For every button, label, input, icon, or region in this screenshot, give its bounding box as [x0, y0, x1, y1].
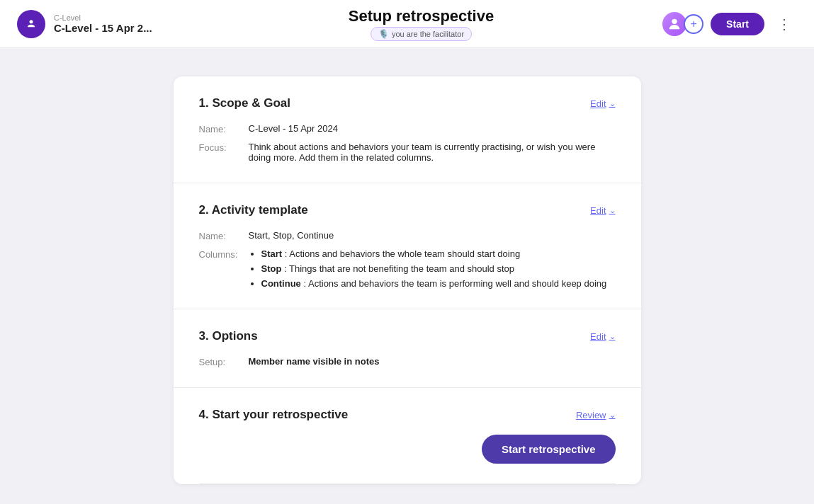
col-start-desc: : Actions and behaviors the whole team s… — [285, 248, 520, 259]
columns-list: Start : Actions and behaviors the whole … — [249, 248, 607, 289]
chevron-down-icon-4: ⌄ — [609, 411, 616, 420]
col-stop-name: Stop — [261, 263, 282, 274]
board-info: C-Level C-Level - 15 Apr 2... — [54, 13, 152, 34]
scope-name-row: Name: C-Level - 15 Apr 2024 — [199, 123, 616, 134]
svg-point-1 — [672, 18, 677, 23]
main-content: 1. Scope & Goal Edit ⌄ Name: C-Level - 1… — [0, 48, 814, 504]
activity-columns-label: Columns: — [199, 248, 249, 289]
header-right: + Start ⋮ — [655, 11, 797, 38]
options-section: 3. Options Edit ⌄ Setup: Member name vis… — [174, 309, 641, 388]
options-edit-button[interactable]: Edit ⌄ — [590, 331, 615, 342]
list-item: Start : Actions and behaviors the whole … — [261, 248, 607, 259]
activity-title: 2. Activity template — [199, 203, 308, 217]
scope-title: 1. Scope & Goal — [199, 96, 290, 110]
options-setup-row: Setup: Member name visible in notes — [199, 356, 616, 367]
facilitator-label: you are the facilitator — [392, 30, 464, 38]
org-label: C-Level — [54, 13, 152, 22]
start-button[interactable]: Start — [711, 13, 764, 35]
col-start-name: Start — [261, 248, 283, 259]
activity-header: 2. Activity template Edit ⌄ — [199, 203, 616, 217]
avatar-group: + — [661, 11, 703, 38]
list-item: Stop : Things that are not benefiting th… — [261, 263, 607, 274]
activity-section: 2. Activity template Edit ⌄ Name: Start,… — [174, 183, 641, 309]
col-continue-name: Continue — [261, 278, 301, 289]
activity-edit-button[interactable]: Edit ⌄ — [590, 205, 615, 216]
start-retro-area: Start retrospective — [199, 435, 616, 464]
options-header: 3. Options Edit ⌄ — [199, 329, 616, 343]
add-participant-button[interactable]: + — [684, 14, 703, 34]
activity-name-label: Name: — [199, 230, 249, 241]
chevron-down-icon: ⌄ — [609, 99, 616, 108]
chevron-down-icon-3: ⌄ — [609, 332, 616, 341]
start-section: 4. Start your retrospective Review ⌄ Sta… — [174, 388, 641, 483]
start-review-button[interactable]: Review ⌄ — [576, 410, 616, 420]
list-item: Continue : Actions and behaviors the tea… — [261, 278, 607, 289]
facilitator-emoji: 🎙️ — [378, 29, 389, 39]
more-options-button[interactable]: ⋮ — [771, 13, 797, 35]
facilitator-badge: 🎙️ you are the facilitator — [371, 27, 472, 41]
activity-name-value: Start, Stop, Continue — [249, 230, 616, 241]
header-center: Setup retrospective 🎙️ you are the facil… — [187, 7, 655, 41]
activity-name-row: Name: Start, Stop, Continue — [199, 230, 616, 241]
header-left: C-Level C-Level - 15 Apr 2... — [17, 10, 187, 38]
scope-section: 1. Scope & Goal Edit ⌄ Name: C-Level - 1… — [174, 76, 641, 183]
options-setup-value: Member name visible in notes — [249, 356, 616, 367]
options-setup-label: Setup: — [199, 356, 249, 367]
start-retrospective-button[interactable]: Start retrospective — [482, 435, 616, 464]
scope-edit-button[interactable]: Edit ⌄ — [590, 98, 615, 109]
scope-focus-row: Focus: Think about actions and behaviors… — [199, 142, 616, 163]
chevron-down-icon-2: ⌄ — [609, 206, 616, 215]
header: C-Level C-Level - 15 Apr 2... Setup retr… — [0, 0, 814, 48]
scope-name-value: C-Level - 15 Apr 2024 — [249, 123, 616, 134]
board-title: C-Level - 15 Apr 2... — [54, 22, 152, 34]
scope-focus-label: Focus: — [199, 142, 249, 163]
svg-point-0 — [30, 20, 33, 23]
activity-columns-row: Columns: Start : Actions and behaviors t… — [199, 248, 616, 289]
page-title: Setup retrospective — [349, 7, 494, 25]
start-header: 4. Start your retrospective Review ⌄ — [199, 408, 616, 422]
scope-name-label: Name: — [199, 123, 249, 134]
setup-card: 1. Scope & Goal Edit ⌄ Name: C-Level - 1… — [174, 76, 641, 484]
bottom-divider — [199, 483, 616, 484]
scope-header: 1. Scope & Goal Edit ⌄ — [199, 96, 616, 110]
start-title: 4. Start your retrospective — [199, 408, 349, 422]
col-stop-desc: : Things that are not benefiting the tea… — [284, 263, 514, 274]
options-title: 3. Options — [199, 329, 258, 343]
app-logo — [17, 10, 45, 38]
scope-focus-value: Think about actions and behaviors your t… — [249, 142, 616, 163]
col-continue-desc: : Actions and behaviors the team is perf… — [303, 278, 606, 289]
